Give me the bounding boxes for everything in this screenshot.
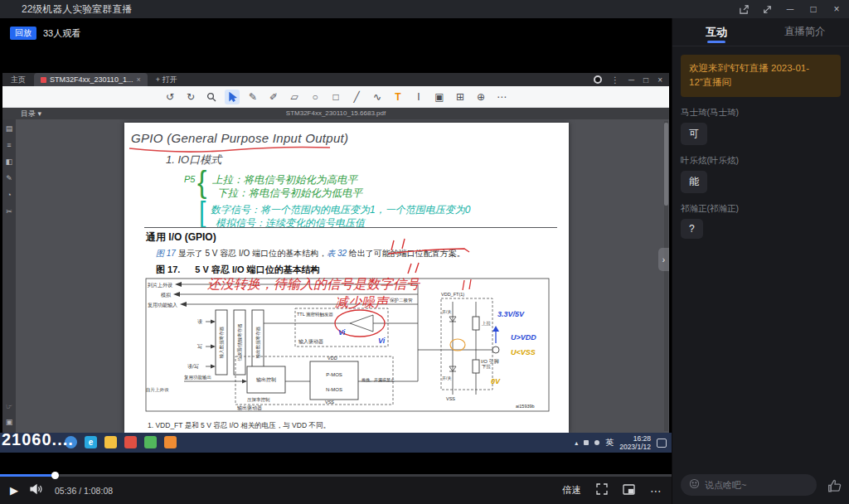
notification-center-icon[interactable] (657, 439, 667, 448)
play-button[interactable]: ▶ (10, 484, 18, 497)
minimize-icon[interactable]: ─ (783, 2, 798, 17)
diagram-label-bsrr-reg: 位设置/清除寄存器 (237, 323, 243, 361)
pen-icon[interactable]: ✎ (245, 90, 260, 104)
playback-speed-button[interactable]: 倍速 (562, 484, 581, 497)
taskbar-clock[interactable]: 16:28 2023/1/12 (619, 434, 651, 451)
handwritten-brace: { (197, 164, 206, 200)
red-tick-marks (463, 279, 471, 290)
fullscreen-player-icon[interactable] (596, 483, 608, 498)
diagram-label-vss-mos: VSS (325, 400, 334, 405)
diagram-label-vddft: VDD_FT(1) (441, 292, 464, 297)
desktop-taskbar: e ▴ 英 16:28 2023/1/12 (0, 433, 672, 453)
handwritten-subtitle: 1. IO口模式 (166, 153, 221, 167)
thumbnails-icon[interactable]: ▤ (6, 124, 13, 133)
shape-circle-icon[interactable]: ○ (308, 90, 323, 104)
chat-message: 叶乐炫(叶乐炫) 能 (681, 155, 841, 193)
yellow-undervoltage-note: U<VSS (511, 348, 536, 356)
fullscreen-icon[interactable] (759, 2, 774, 17)
text-tool-icon[interactable]: T (391, 90, 405, 104)
time-display: 05:36 / 1:08:08 (55, 486, 113, 496)
overlay-number: 21060.... (2, 430, 74, 449)
redo-icon[interactable]: ↻ (183, 90, 198, 104)
scrollbar-thumb[interactable] (664, 123, 668, 206)
taskbar-app-icon-2[interactable]: e (85, 436, 97, 448)
chat-input[interactable]: 说点啥吧~ (681, 474, 817, 496)
tray-icon-b[interactable] (594, 440, 599, 445)
table-ref-link[interactable]: 表 32 (327, 249, 347, 258)
share-icon[interactable] (736, 2, 751, 17)
menu-icon[interactable]: ⋮ (611, 75, 619, 85)
snapshot-icon[interactable]: ▣ (6, 418, 13, 426)
document-header: 目录 ▾ STM32F4xx_230110_15.6683.pdf (2, 108, 669, 119)
player-controls: ▶ 05:36 / 1:08:08 倍速 ⋯ (0, 474, 672, 504)
emoji-icon[interactable] (689, 477, 700, 492)
shape-rect-icon[interactable]: □ (328, 90, 343, 104)
pdf-close-icon[interactable]: × (657, 75, 662, 85)
outline-icon[interactable]: ≡ (7, 141, 11, 149)
web-icon[interactable]: ⊕ (473, 90, 488, 104)
tab-live-intro[interactable]: 直播简介 (761, 18, 849, 46)
annotation-icon[interactable]: ✎ (6, 174, 12, 182)
toolbar-more-icon[interactable]: ⋯ (494, 90, 509, 104)
diagram-label-to-periph: 到片上外设 (148, 282, 172, 288)
pdf-window-controls: ⋮ ─ □ × (594, 73, 662, 86)
diagram-label-read: 读 (197, 319, 202, 324)
chat-message: 马士琦(马士琦) 可 (681, 107, 841, 145)
diagram-label-onoff-up: 开/关 (442, 309, 451, 314)
taskbar-app-icon-4[interactable] (124, 436, 137, 448)
window-controls: ─ □ × (736, 0, 844, 18)
stream-status: 回放 33人观看 (10, 27, 80, 40)
undo-icon[interactable]: ↺ (163, 90, 177, 104)
cursor-icon[interactable] (225, 90, 240, 104)
tab-close-icon[interactable]: × (136, 75, 140, 84)
snip-icon[interactable]: ✂ (6, 207, 12, 216)
pdf-page: GPIO (General Purpose Input Output) 1. I… (124, 123, 569, 433)
figure-ref-link[interactable]: 图 17 (156, 249, 176, 258)
panel-expand-chevron[interactable]: › (658, 248, 669, 271)
highlighter-icon[interactable]: ✐ (266, 90, 281, 104)
bookmark-icon[interactable]: ◧ (6, 158, 13, 166)
diagram-label-slew: 压摆率控制 (247, 397, 270, 402)
diagram-label-vss-protect: VSS (446, 396, 455, 401)
tab-interaction[interactable]: 互动 (672, 18, 761, 46)
body-paragraph: 图 17 显示了 5 V 容忍 I/O 端口位的基本结构，表 32 给出了可能的… (156, 248, 557, 259)
freehand-icon[interactable]: ∿ (370, 90, 385, 104)
taskbar-apps: e (65, 436, 177, 448)
taskbar-app-icon-5[interactable] (144, 436, 157, 448)
ibeam-icon[interactable]: I (411, 90, 426, 104)
open-file-button[interactable]: + 打开 (156, 75, 177, 85)
image-icon[interactable]: ▣ (432, 90, 447, 104)
hand-tool-icon[interactable]: ☞ (6, 402, 12, 410)
pdf-minimize-icon[interactable]: ─ (628, 75, 634, 85)
history-icon[interactable]: ◔ (7, 191, 11, 199)
close-icon[interactable]: × (829, 2, 844, 17)
eraser-icon[interactable]: ▱ (287, 90, 302, 104)
shape-line-icon[interactable]: ╱ (349, 90, 364, 104)
avatar[interactable] (594, 75, 602, 84)
pdf-maximize-icon[interactable]: □ (643, 75, 648, 85)
diagram-label-input-reg: 输入数据寄存器 (219, 326, 225, 358)
ime-indicator[interactable]: 英 (605, 437, 614, 448)
tray-icon-a[interactable] (584, 440, 589, 445)
video-area[interactable]: 回放 33人观看 主页 STM32F4xx_230110_1... × + 打开… (0, 18, 672, 474)
taskbar-app-icon-6[interactable] (164, 436, 177, 448)
more-options-icon[interactable]: ⋯ (650, 484, 662, 497)
volume-icon[interactable] (30, 483, 43, 498)
taskbar-app-icon-3[interactable] (104, 436, 117, 448)
pdf-tabbar: 主页 STM32F4xx_230110_1... × + 打开 ⋮ ─ □ × (2, 73, 669, 86)
pdf-app-window: 主页 STM32F4xx_230110_1... × + 打开 ⋮ ─ □ × … (2, 73, 669, 433)
playback-badge: 回放 (10, 27, 36, 40)
table-icon[interactable]: ⊞ (453, 90, 468, 104)
handwritten-bracket: [ (199, 196, 206, 229)
tab-document[interactable]: STM32F4xx_230110_1... × (34, 73, 148, 86)
diagram-label-onoff-down: 开/关 (442, 376, 451, 380)
zoom-icon[interactable] (204, 90, 219, 104)
page-scrollbar[interactable] (664, 121, 668, 431)
maximize-icon[interactable]: □ (806, 2, 821, 17)
gpio-circuit-diagram: 到片上外设 模拟 复用功能输入 输入数据寄存器 位设置/清除寄存器 输出数据寄存… (136, 274, 563, 426)
like-button[interactable] (827, 478, 842, 493)
diagram-label-ttl: TTL 施密特触发器 (297, 312, 334, 317)
tab-home[interactable]: 主页 (11, 75, 26, 85)
tray-expand-icon[interactable]: ▴ (575, 439, 578, 447)
popout-icon[interactable] (623, 483, 635, 498)
